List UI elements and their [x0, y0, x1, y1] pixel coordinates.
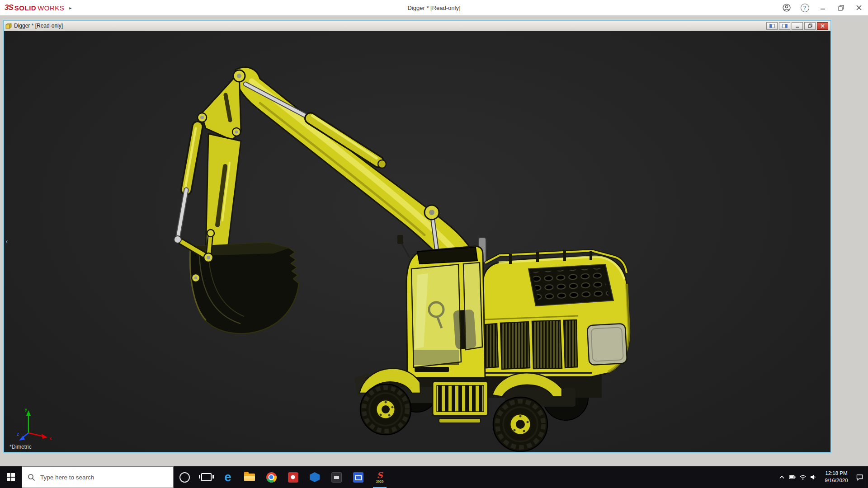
workspace: Digger * [Read-only] — [0, 15, 868, 466]
media-app-icon — [331, 472, 342, 483]
edge-icon: e — [224, 471, 231, 483]
action-center-button[interactable] — [854, 466, 865, 488]
document-window: Digger * [Read-only] — [3, 20, 831, 453]
doc-close-button[interactable] — [817, 22, 828, 30]
taskbar-item-photos-app[interactable] — [347, 466, 369, 488]
taskbar-search[interactable] — [22, 466, 174, 488]
document-window-buttons — [766, 22, 828, 30]
taskbar-clock[interactable]: 12:18 PM 9/16/2020 — [818, 470, 854, 484]
battery-icon — [789, 474, 796, 481]
search-input[interactable] — [39, 474, 163, 481]
doc-restore-icon — [808, 23, 812, 28]
menu-expander-icon[interactable]: ▸ — [69, 5, 71, 10]
help-button[interactable]: ? — [796, 0, 814, 15]
svg-text:z: z — [17, 432, 19, 436]
taskbar-item-edge[interactable]: e — [217, 466, 239, 488]
cab-roof — [417, 247, 477, 264]
windows-taskbar: e S 2020 — [0, 466, 868, 488]
minimize-icon — [820, 5, 826, 10]
upper-body — [397, 235, 629, 378]
taskbar-item-dassault-app[interactable] — [282, 466, 304, 488]
volume-button[interactable] — [808, 466, 818, 488]
restore-button[interactable] — [832, 0, 850, 15]
system-tray: 12:18 PM 9/16/2020 — [777, 466, 868, 488]
solidworks-application: 3S SOLID WORKS ▸ Digger * [Read-only] ? — [0, 0, 868, 488]
mirror — [397, 235, 403, 244]
show-desktop-button[interactable] — [865, 466, 868, 488]
taskbar-item-edrawings[interactable] — [304, 466, 326, 488]
speaker-icon — [810, 474, 817, 481]
doc-restore-button[interactable] — [804, 22, 816, 30]
clock-time: 12:18 PM — [821, 470, 851, 477]
clock-date: 9/16/2020 — [821, 477, 851, 484]
restore-icon — [838, 5, 844, 11]
graphics-viewport[interactable]: y x z *Dimetric ‹ — [4, 31, 830, 452]
taskbar-item-file-explorer[interactable] — [239, 466, 260, 488]
cortana-icon — [179, 472, 190, 483]
excavator-model[interactable] — [4, 31, 830, 452]
account-button[interactable] — [778, 0, 796, 15]
minimize-button[interactable] — [814, 0, 832, 15]
doc-minimize-icon — [795, 24, 799, 28]
action-center-icon — [856, 474, 863, 481]
window-controls: ? — [778, 0, 868, 15]
app-title: Digger * [Read-only] — [407, 5, 460, 11]
wifi-icon — [799, 474, 807, 481]
pane-right-button[interactable] — [779, 22, 790, 30]
network-button[interactable] — [797, 466, 808, 488]
feature-tree-flyout-tab[interactable]: ‹ — [4, 235, 9, 247]
doc-minimize-button[interactable] — [792, 22, 803, 30]
part-document-icon — [5, 23, 12, 29]
user-icon — [783, 4, 791, 12]
solidworks-2020-icon: S 2020 — [376, 471, 384, 483]
hidden-icons-button[interactable] — [777, 466, 787, 488]
close-button[interactable] — [850, 0, 868, 15]
flyout-chevron-icon: ‹ — [6, 237, 8, 245]
rear-window — [587, 324, 627, 365]
document-title: Digger * [Read-only] — [14, 23, 63, 29]
svg-text:x: x — [49, 436, 52, 441]
pane-left-icon — [769, 24, 775, 28]
close-icon — [856, 5, 862, 10]
chevron-up-icon — [778, 474, 785, 481]
brand-solid: SOLID — [14, 4, 36, 12]
taskbar-item-solidworks[interactable]: S 2020 — [369, 466, 391, 488]
pane-left-button[interactable] — [766, 22, 778, 30]
file-explorer-icon — [244, 474, 255, 481]
dassault-app-icon — [288, 472, 298, 483]
taskbar-item-chrome[interactable] — [260, 466, 282, 488]
brand-works: WORKS — [38, 4, 64, 12]
svg-text:y: y — [25, 407, 27, 412]
chrome-icon — [266, 472, 277, 483]
battery-button[interactable] — [787, 466, 797, 488]
orientation-triad: y x z — [16, 406, 57, 443]
cab — [397, 235, 485, 378]
3ds-logo: 3S — [5, 3, 13, 12]
solidworks-logo: 3S SOLID WORKS ▸ — [5, 3, 71, 12]
taskbar-item-media-app[interactable] — [326, 466, 347, 488]
start-button[interactable] — [0, 466, 22, 488]
taskbar-item-cortana[interactable] — [174, 466, 195, 488]
side-window — [463, 263, 482, 350]
help-icon: ? — [801, 4, 809, 12]
app-titlebar: 3S SOLID WORKS ▸ Digger * [Read-only] ? — [0, 0, 868, 16]
windows-logo-icon — [7, 473, 15, 481]
photos-app-icon — [353, 472, 363, 483]
document-titlebar[interactable]: Digger * [Read-only] — [4, 21, 830, 31]
view-orientation-label: *Dimetric — [9, 444, 32, 450]
doc-close-icon — [821, 24, 825, 28]
taskbar-item-task-view[interactable] — [195, 466, 217, 488]
search-icon — [28, 474, 35, 481]
task-view-icon — [201, 473, 212, 481]
pane-right-icon — [782, 24, 788, 28]
edrawings-icon — [310, 472, 320, 482]
